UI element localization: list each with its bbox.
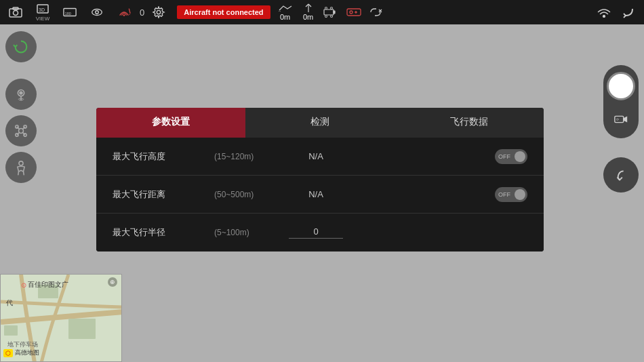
svg-point-9 [123, 14, 125, 16]
svg-point-7 [92, 9, 102, 15]
signal-button[interactable] [111, 1, 137, 23]
map-label1: 百佳印图文广 [28, 280, 68, 289]
svg-point-29 [603, 16, 605, 18]
svg-point-24 [350, 11, 353, 14]
max-altitude-range: (15~120m) [214, 152, 289, 161]
photo-button[interactable] [3, 1, 28, 23]
svg-point-19 [325, 7, 327, 9]
svg-line-43 [18, 172, 19, 175]
right-sidebar: ⟳ [598, 24, 644, 362]
back-round-button[interactable] [603, 157, 639, 193]
svg-point-12 [157, 10, 161, 14]
svg-rect-48 [68, 319, 96, 339]
settings-dialog: 参数设置 检测 飞行数据 最大飞行高度 (15~120m) N/A OFF [96, 108, 544, 252]
max-altitude-toggle[interactable]: OFF [495, 149, 527, 164]
distance-value: 0m [280, 13, 290, 21]
altitude-value: 0m [303, 13, 313, 21]
svg-point-42 [19, 161, 23, 165]
map-container[interactable]: ⊙ 百佳印图文广 代 ⬡ 高德地图 地下停车场 ⊕ [0, 274, 122, 362]
refresh-button[interactable] [5, 31, 37, 62]
max-distance-range: (50~500m) [214, 190, 289, 199]
map-compass: ⊕ [108, 277, 117, 287]
max-radius-range: (5~100m) [214, 228, 289, 237]
row-max-radius: 最大飞行半径 (5~100m) 0 [96, 214, 544, 252]
map-label-top: ⊙ 百佳印图文广 [21, 280, 68, 289]
camera-panel: ⟳ [603, 65, 639, 138]
svg-marker-50 [624, 116, 628, 122]
map-mode-button[interactable] [5, 79, 37, 110]
camera-switch-button[interactable]: ⟳ [609, 107, 633, 132]
visibility-button[interactable] [84, 1, 110, 23]
max-altitude-value: N/A [289, 151, 343, 161]
main-panel: 参数设置 检测 飞行数据 最大飞行高度 (15~120m) N/A OFF [42, 24, 598, 362]
dialog-tabs: 参数设置 检测 飞行数据 [96, 108, 544, 138]
back-button[interactable] [616, 1, 641, 23]
record-button[interactable] [607, 72, 635, 100]
signal-count: 0 [140, 7, 144, 18]
aircraft-status-badge: Aircraft not connected [177, 5, 270, 19]
toggle-off-label2: OFF [498, 191, 510, 198]
drone-mode-button[interactable] [5, 115, 37, 146]
svg-point-31 [20, 92, 22, 94]
3d-view-button[interactable]: 3D VIEW [30, 1, 56, 23]
top-bar: 3D VIEW 180 0 Aircraft n [0, 0, 644, 24]
row-max-altitude: 最大飞行高度 (15~120m) N/A OFF [96, 138, 544, 176]
toggle-off-label: OFF [498, 153, 510, 160]
wifi-icon [594, 1, 614, 23]
person-mode-button[interactable] [5, 152, 37, 183]
svg-point-20 [330, 7, 332, 9]
svg-line-16 [308, 4, 311, 7]
tab-detect[interactable]: 检测 [245, 108, 395, 138]
drone-icon [322, 1, 342, 23]
map-label-left: 代 [6, 298, 13, 308]
svg-text:⟳: ⟳ [616, 118, 620, 121]
settings-button[interactable] [146, 1, 172, 23]
link-icon [365, 1, 386, 23]
svg-line-10 [129, 9, 130, 14]
row-max-distance: 最大飞行距离 (50~500m) N/A OFF [96, 176, 544, 214]
svg-rect-17 [324, 9, 334, 15]
svg-point-33 [19, 129, 24, 134]
svg-text:3D: 3D [39, 7, 45, 12]
max-radius-label: 最大飞行半径 [113, 226, 214, 239]
max-distance-value: N/A [289, 189, 343, 199]
map-label4: 地下停车场 [7, 340, 38, 349]
altitude-metric: 0m [299, 3, 318, 21]
max-distance-toggle[interactable]: OFF [495, 187, 527, 202]
svg-point-22 [330, 16, 332, 18]
map-footer: ⬡ 高德地图 [3, 348, 39, 357]
max-radius-value: 0 [289, 226, 343, 239]
remote-icon [344, 1, 364, 23]
svg-line-44 [23, 172, 24, 175]
svg-point-21 [325, 16, 327, 18]
svg-line-15 [306, 4, 308, 7]
svg-rect-18 [334, 11, 335, 14]
tab-params[interactable]: 参数设置 [96, 108, 245, 138]
svg-rect-47 [4, 325, 18, 336]
map-label3: 高德地图 [15, 348, 39, 357]
max-distance-label: 最大飞行距离 [113, 188, 214, 201]
max-altitude-label: 最大飞行高度 [113, 150, 214, 163]
svg-point-8 [96, 11, 99, 14]
view-label: VIEW [36, 16, 49, 22]
svg-point-1 [14, 11, 18, 16]
tab-flight-data[interactable]: 飞行数据 [395, 108, 544, 138]
dialog-body: 最大飞行高度 (15~120m) N/A OFF 最大飞行距离 (50~500m… [96, 138, 544, 252]
180-view-button[interactable]: 180 [57, 1, 83, 23]
svg-rect-23 [347, 9, 361, 16]
svg-text:180: 180 [65, 12, 71, 16]
distance-metric: ↔ 0m [276, 3, 295, 21]
